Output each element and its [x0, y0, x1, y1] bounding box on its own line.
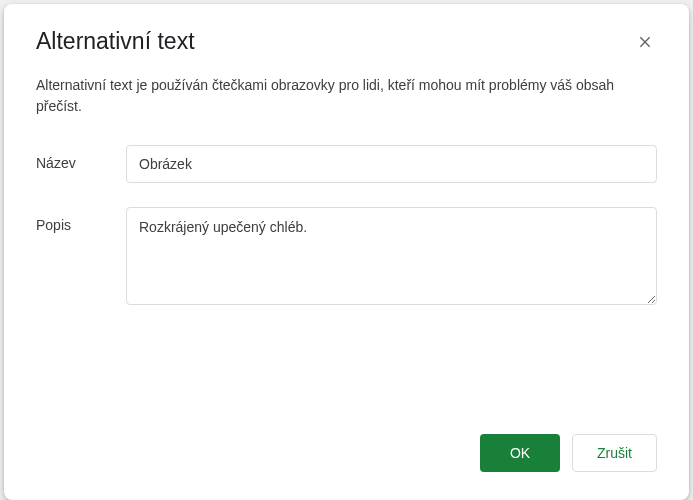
alt-text-dialog: Alternativní text Alternativní text je p… — [4, 4, 689, 500]
dialog-header: Alternativní text — [36, 28, 657, 55]
close-icon — [637, 34, 653, 50]
cancel-button[interactable]: Zrušit — [572, 434, 657, 472]
description-label: Popis — [36, 207, 126, 233]
dialog-description: Alternativní text je používán čtečkami o… — [36, 75, 657, 117]
title-input[interactable] — [126, 145, 657, 183]
description-textarea[interactable]: Rozkrájený upečený chléb. — [126, 207, 657, 305]
close-button[interactable] — [633, 30, 657, 54]
title-row: Název — [36, 145, 657, 183]
description-row: Popis Rozkrájený upečený chléb. — [36, 207, 657, 305]
ok-button[interactable]: OK — [480, 434, 560, 472]
dialog-footer: OK Zrušit — [36, 414, 657, 472]
dialog-title: Alternativní text — [36, 28, 195, 55]
title-label: Název — [36, 145, 126, 171]
